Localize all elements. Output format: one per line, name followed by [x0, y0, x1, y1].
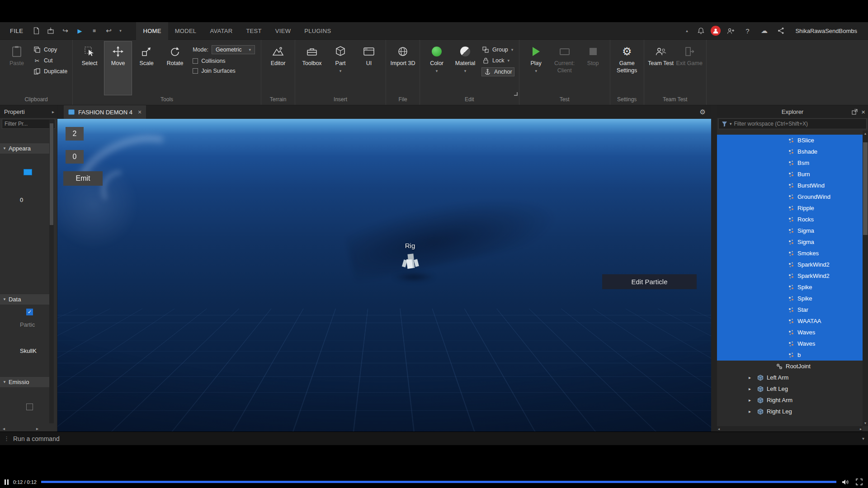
part-button[interactable]: Part ▾ [327, 42, 354, 95]
scroll-right-icon[interactable]: ▸ [860, 427, 862, 431]
cut-button[interactable]: ✂ Cut [33, 57, 67, 64]
join-surfaces-checkbox[interactable] [193, 68, 198, 74]
document-tab[interactable]: FASHION DEMON 4 × [64, 105, 146, 119]
skull-property-value[interactable]: SkullK [20, 347, 37, 354]
explorer-item[interactable]: ▸ Right Leg [717, 406, 863, 417]
volume-icon[interactable] [841, 479, 850, 485]
undo-icon[interactable]: ↩ [102, 25, 115, 37]
explorer-popout-icon[interactable] [852, 109, 858, 115]
group-caret-icon[interactable]: ▾ [511, 48, 514, 52]
terrain-editor-button[interactable]: Editor [264, 42, 292, 95]
overlay-value-field-2[interactable]: 0 [66, 150, 84, 164]
properties-hscroll-right-icon[interactable]: ▸ [36, 426, 38, 431]
expand-chevron-icon[interactable]: ▸ [749, 409, 754, 414]
scale-tool-button[interactable]: Scale [133, 42, 160, 95]
material-caret-icon[interactable]: ▾ [464, 69, 467, 73]
explorer-item[interactable]: Sigma [717, 225, 863, 236]
overlay-value-field-1[interactable]: 2 [66, 127, 84, 141]
tab-model[interactable]: MODEL [168, 22, 203, 40]
duplicate-button[interactable]: Duplicate [33, 68, 67, 75]
paste-button[interactable]: Paste [3, 42, 30, 95]
mode-dropdown[interactable]: Geometric ▾ [212, 45, 255, 54]
tab-test[interactable]: TEST [239, 22, 268, 40]
redo-icon[interactable]: ↪ [58, 25, 72, 37]
scroll-left-icon[interactable]: ◂ [718, 427, 720, 431]
material-button[interactable]: Material ▾ [452, 42, 479, 95]
new-file-icon[interactable] [29, 25, 43, 37]
explorer-item[interactable]: Bshade [717, 146, 863, 157]
explorer-item[interactable]: SparkWind2 [717, 259, 863, 270]
color-swatch[interactable] [24, 169, 32, 175]
explorer-item[interactable]: SparkWind2 [717, 270, 863, 282]
quick-access-caret-icon[interactable]: ▾ [116, 25, 124, 37]
user-avatar[interactable] [711, 26, 721, 36]
explorer-item[interactable]: BSlice [717, 135, 863, 146]
section-appearance[interactable]: ▼ Appeara [0, 143, 51, 154]
add-collaborator-icon[interactable] [724, 25, 737, 37]
toolbox-button[interactable]: Toolbox [298, 42, 326, 95]
explorer-item[interactable]: Waves [717, 338, 863, 349]
exit-game-button[interactable]: Exit Game [676, 42, 703, 95]
play-caret-icon[interactable]: ▾ [535, 69, 537, 73]
copy-button[interactable]: Copy [33, 46, 67, 53]
fullscreen-icon[interactable] [854, 479, 863, 485]
edit-dialog-launcher-icon[interactable] [514, 92, 518, 96]
join-surfaces-row[interactable]: Join Surfaces [193, 68, 255, 74]
explorer-close-icon[interactable]: × [861, 108, 865, 116]
collisions-row[interactable]: Collisions [193, 58, 255, 64]
explorer-item[interactable]: Bsm [717, 157, 863, 169]
rotate-tool-button[interactable]: Rotate [161, 42, 189, 95]
command-bar-caret-icon[interactable]: ▾ [862, 436, 864, 441]
scroll-down-icon[interactable]: ▾ [863, 421, 868, 425]
cloud-sync-icon[interactable]: ☁ [757, 25, 771, 37]
explorer-item[interactable]: Rocks [717, 214, 863, 225]
explorer-vertical-scrollbar[interactable]: ▴ ▾ [863, 131, 868, 426]
username-label[interactable]: ShikaRawaSendBombs [795, 28, 857, 34]
emission-checkbox[interactable] [26, 404, 33, 410]
share-icon[interactable] [774, 25, 788, 37]
collisions-checkbox[interactable] [193, 58, 198, 64]
select-tool-button[interactable]: Select [76, 42, 103, 95]
lock-button[interactable]: Lock ▾ [482, 57, 514, 64]
explorer-item[interactable]: BurstWind [717, 180, 863, 191]
tab-avatar[interactable]: AVATAR [203, 22, 239, 40]
video-progress-bar[interactable] [41, 481, 836, 483]
expand-chevron-icon[interactable]: ▸ [749, 375, 754, 380]
color-caret-icon[interactable]: ▾ [436, 69, 438, 73]
explorer-horizontal-scrollbar[interactable]: ◂ ▸ [717, 426, 863, 432]
team-test-button[interactable]: Team Test [647, 42, 675, 95]
lock-caret-icon[interactable]: ▾ [507, 59, 509, 63]
game-settings-button[interactable]: ⚙ Game Settings [613, 42, 641, 95]
properties-expand-icon[interactable]: ▸ [52, 109, 54, 114]
section-emission[interactable]: ▼ Emissio [0, 376, 51, 387]
explorer-scrollbar-thumb[interactable] [863, 142, 868, 235]
enabled-checkbox[interactable]: ✓ [26, 309, 33, 315]
tab-home[interactable]: HOME [136, 22, 168, 40]
explorer-item[interactable]: WAATAA [717, 315, 863, 327]
explorer-item[interactable]: Smokes [717, 248, 863, 259]
color-button[interactable]: Color ▾ [423, 42, 450, 95]
collapse-ribbon-icon[interactable]: ▴ [683, 25, 691, 37]
properties-filter-input[interactable]: Filter Pr... ▾ [2, 119, 55, 129]
explorer-item[interactable]: Spike [717, 282, 863, 293]
command-bar[interactable]: ⋮ Run a command ▾ [0, 432, 868, 445]
move-tool-button[interactable]: Move [104, 42, 132, 95]
anchor-button[interactable]: Anchor [482, 68, 514, 76]
quick-run-icon[interactable]: ▶ [73, 25, 86, 37]
explorer-item[interactable]: ▸ Left Leg [717, 383, 863, 394]
explorer-item[interactable]: ▸ Right Arm [717, 394, 863, 406]
explorer-item-rootjoint[interactable]: RootJoint [717, 361, 863, 372]
emit-button[interactable]: Emit [63, 171, 103, 186]
expand-chevron-icon[interactable]: ▸ [749, 386, 754, 391]
edit-particle-button[interactable]: Edit Particle [602, 274, 697, 289]
explorer-filter-input[interactable]: ▾ Filter workspace (Ctrl+Shift+X) [718, 118, 867, 129]
property-value-zero[interactable]: 0 [20, 197, 23, 203]
group-button[interactable]: Group ▾ [482, 46, 514, 53]
rig-character[interactable]: Rig [390, 239, 430, 289]
open-file-icon[interactable] [44, 25, 57, 37]
current-client-button[interactable]: Current: Client [551, 42, 578, 95]
explorer-item[interactable]: Spike [717, 293, 863, 304]
explorer-item[interactable]: ▸ Left Arm [717, 372, 863, 383]
properties-scrollbar-thumb[interactable] [50, 123, 53, 225]
quick-stop-icon[interactable]: ■ [87, 25, 101, 37]
